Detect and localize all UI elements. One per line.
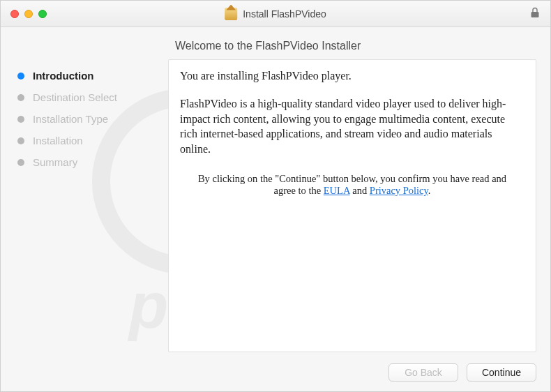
zoom-icon[interactable] — [38, 10, 47, 18]
step-bullet-icon — [17, 73, 24, 80]
intro-line: You are installing FlashPVideo player. — [180, 70, 524, 82]
step-label: Introduction — [33, 70, 93, 82]
agree-mid: and — [350, 185, 370, 196]
svg-rect-0 — [531, 12, 539, 17]
sidebar-step-2: Installation Type — [15, 108, 161, 130]
close-icon[interactable] — [10, 10, 19, 18]
installer-window: Install FlashPVideo pcrisk.com Welcome t… — [0, 0, 551, 392]
minimize-icon[interactable] — [24, 10, 33, 18]
installer-content-panel: You are installing FlashPVideo player. F… — [168, 59, 536, 352]
step-label: Destination Select — [33, 91, 117, 103]
title-center: Install FlashPVideo — [225, 8, 326, 20]
go-back-button: Go Back — [388, 363, 458, 382]
window-controls — [10, 10, 47, 18]
step-label: Installation — [33, 135, 83, 146]
eula-link[interactable]: EULA — [324, 185, 350, 196]
titlebar: Install FlashPVideo — [1, 1, 550, 27]
content-row: IntroductionDestination SelectInstallati… — [15, 59, 536, 352]
sidebar-step-4: Summary — [15, 151, 161, 173]
step-label: Installation Type — [33, 113, 108, 125]
lock-icon[interactable] — [529, 6, 541, 22]
privacy-policy-link[interactable]: Privacy Policy — [370, 185, 428, 196]
package-icon — [225, 8, 237, 20]
window-body: pcrisk.com Welcome to the FlashPVideo In… — [1, 27, 550, 391]
sidebar-step-1: Destination Select — [15, 86, 161, 108]
step-bullet-icon — [17, 94, 24, 101]
description-paragraph: FlashPVideo is a high-quality standard v… — [180, 96, 524, 156]
sidebar-step-3: Installation — [15, 130, 161, 151]
agree-post: . — [428, 185, 431, 196]
button-bar: Go Back Continue — [15, 352, 536, 382]
window-title: Install FlashPVideo — [243, 8, 326, 20]
agreement-text: By clicking on the "Continue" button bel… — [180, 173, 524, 197]
sidebar-step-0: Introduction — [15, 65, 161, 86]
continue-button[interactable]: Continue — [467, 363, 536, 382]
steps-sidebar: IntroductionDestination SelectInstallati… — [15, 59, 161, 352]
step-bullet-icon — [17, 116, 24, 123]
step-bullet-icon — [17, 159, 24, 166]
step-label: Summary — [33, 156, 77, 168]
page-title: Welcome to the FlashPVideo Installer — [175, 40, 536, 52]
step-bullet-icon — [17, 137, 24, 144]
